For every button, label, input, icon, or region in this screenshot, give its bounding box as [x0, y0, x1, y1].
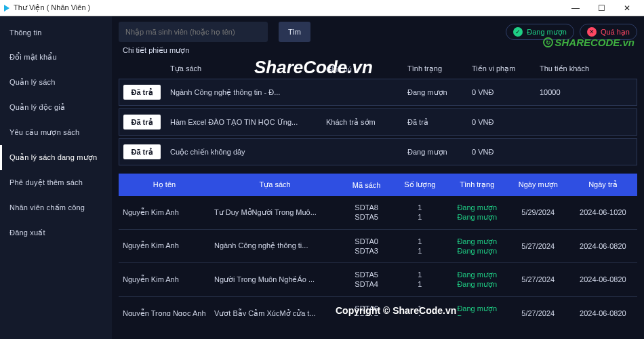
name: Nguyễn Kim Anh [119, 263, 210, 297]
qtys: 11 [393, 196, 447, 229]
table-row[interactable]: Đã trảNgành Công nghệ thông tin - Đ...Đa… [119, 79, 637, 106]
sidebar-item-5[interactable]: Quản lý sách đang mượn [0, 145, 112, 170]
search-row: Tìm ✓Đang mượn ✕Quá hạn [119, 22, 637, 42]
return-date: 2024-06-0820 [569, 263, 637, 297]
search-input[interactable] [119, 22, 268, 42]
minimize-button[interactable]: — [563, 1, 588, 15]
collect [536, 138, 637, 165]
codes: SDTA0SDTA3 [340, 229, 393, 263]
maximize-button[interactable]: ☐ [588, 1, 614, 15]
fine: 0 VNĐ [468, 108, 536, 136]
status: Đang mượnĐang mượn [447, 296, 508, 316]
return-date: 2024-06-1020 [569, 196, 637, 229]
book-title: Hàm Excel ĐÀO TẠO TIN HỌC Ứng... [166, 108, 322, 136]
sidebar-item-1[interactable]: Đổi mật khẩu [0, 45, 112, 70]
borrow-date: 5/27/2024 [508, 296, 569, 316]
status: Đang mượnĐang mượn [447, 263, 508, 297]
codes: SDTA6SDTA7 [340, 296, 393, 316]
return-button[interactable]: Đã trả [123, 85, 161, 100]
name: Nguyễn Kim Anh [119, 196, 210, 229]
return-date: 2024-06-0820 [569, 229, 637, 263]
tbl2-header: Tựa sách [210, 174, 340, 196]
sidebar: Thông tinĐổi mật khẩuQuản lý sáchQuản lý… [0, 16, 112, 339]
tbl2-header: Mã sách [340, 174, 393, 196]
qtys: 11 [393, 229, 447, 263]
name: Nguyễn Trọng Ngọc Anh [119, 296, 210, 316]
fine: 0 VNĐ [468, 138, 536, 165]
tbl1-header: Ghi chú [322, 62, 403, 76]
note [322, 138, 403, 165]
table-row[interactable]: Đã trảCuộc chiến không dâyĐang mượn0 VNĐ [119, 138, 637, 165]
sidebar-item-7[interactable]: Nhân viên chấm công [0, 195, 112, 220]
note [322, 79, 403, 106]
x-icon: ✕ [587, 27, 597, 37]
book-title: Ngành Công nghệ thông ti... [210, 229, 340, 263]
qtys: 11 [393, 296, 447, 316]
book-title: Người Trong Muôn NghềÁo ... [210, 263, 340, 297]
sidebar-item-2[interactable]: Quản lý sách [0, 70, 112, 95]
ticket-detail-table: Tựa sáchGhi chúTình trạngTiền vi phạmThu… [119, 59, 637, 168]
collect: 10000 [536, 79, 637, 106]
close-button[interactable]: ✕ [614, 1, 640, 15]
find-button[interactable]: Tìm [279, 22, 310, 42]
sidebar-item-4[interactable]: Yêu cầu mượn sách [0, 120, 112, 145]
status: Đang mượn [403, 79, 468, 106]
book-title: Vượt Bẫy Cảm XúcMở cửa t... [210, 296, 340, 316]
fine: 0 VNĐ [468, 79, 536, 106]
book-title: Ngành Công nghệ thông tin - Đ... [166, 79, 322, 106]
return-button[interactable]: Đã trả [123, 144, 161, 159]
qtys: 11 [393, 263, 447, 297]
sidebar-item-6[interactable]: Phê duyệt thêm sách [0, 170, 112, 195]
borrow-date: 5/29/2024 [508, 196, 569, 229]
sidebar-item-0[interactable]: Thông tin [0, 20, 112, 45]
status-borrowing-pill[interactable]: ✓Đang mượn [506, 24, 574, 40]
section-title: Chi tiết phiếu mượn [123, 46, 637, 55]
tbl2-header: Số lượng [393, 174, 447, 196]
table-row[interactable]: Nguyễn Kim AnhNgành Công nghệ thông ti..… [119, 229, 637, 263]
table-row[interactable]: Đã trảHàm Excel ĐÀO TẠO TIN HỌC Ứng...Kh… [119, 108, 637, 136]
table-row[interactable]: Nguyễn Trọng Ngọc AnhVượt Bẫy Cảm XúcMở … [119, 296, 637, 316]
status: Đã trả [403, 108, 468, 136]
return-button[interactable]: Đã trả [123, 115, 161, 129]
tbl2-header: Ngày trả [569, 174, 637, 196]
return-date: 2024-06-0820 [569, 296, 637, 316]
name: Nguyễn Kim Anh [119, 229, 210, 263]
borrow-date: 5/27/2024 [508, 229, 569, 263]
table-row[interactable]: Nguyễn Kim AnhNgười Trong Muôn NghềÁo ..… [119, 263, 637, 297]
titlebar: Thư Viện ( Nhân Viên ) — ☐ ✕ [0, 0, 644, 16]
book-title: Tư Duy MởNgười Trong Muô... [210, 196, 340, 229]
table-row[interactable]: Nguyễn Kim AnhTư Duy MởNgười Trong Muô..… [119, 196, 637, 229]
codes: SDTA8SDTA5 [340, 196, 393, 229]
status: Đang mượnĐang mượn [447, 196, 508, 229]
status-overdue-pill[interactable]: ✕Quá hạn [580, 24, 637, 40]
tbl1-header: Thu tiền khách [536, 62, 637, 76]
tbl1-header: Tựa sách [166, 62, 322, 76]
borrow-list-table: Họ tênTựa sáchMã sáchSố lượngTình trạngN… [119, 174, 637, 316]
window-title: Thư Viện ( Nhân Viên ) [14, 3, 90, 12]
tbl2-header: Họ tên [119, 174, 210, 196]
status: Đang mượn [403, 138, 468, 165]
codes: SDTA5SDTA4 [340, 263, 393, 297]
tbl2-header: Tình trạng [447, 174, 508, 196]
tbl1-header: Tình trạng [403, 62, 468, 76]
book-title: Cuộc chiến không dây [166, 138, 322, 165]
sidebar-item-3[interactable]: Quản lý độc giả [0, 95, 112, 120]
main-panel: ↻SHARECODE.vn ShareCode.vn Tìm ✓Đang mượ… [112, 16, 644, 339]
check-icon: ✓ [513, 27, 523, 37]
tbl1-header: Tiền vi phạm [468, 62, 536, 76]
borrow-date: 5/27/2024 [508, 263, 569, 297]
sidebar-item-8[interactable]: Đăng xuất [0, 220, 112, 245]
app-icon [4, 5, 9, 12]
status: Đang mượnĐang mượn [447, 229, 508, 263]
tbl1-header [119, 62, 166, 76]
collect [536, 108, 637, 136]
tbl2-header: Ngày mượn [508, 174, 569, 196]
note: Khách trả sớm [322, 108, 403, 136]
